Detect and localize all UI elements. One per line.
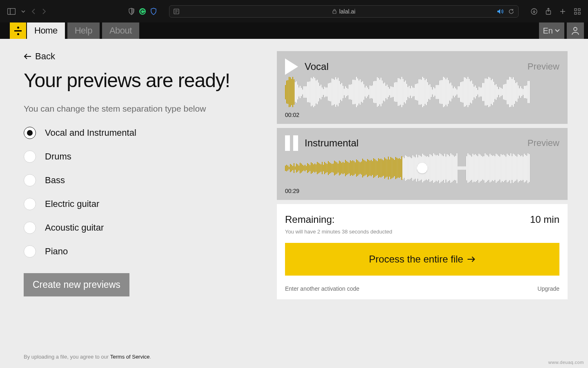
svg-rect-10 [575,9,577,11]
sidebar-toggle-icon[interactable] [7,8,16,15]
stem-option[interactable]: Drums [24,150,252,163]
remaining-value: 10 min [530,214,559,225]
remaining-label: Remaining: [285,214,334,225]
create-previews-button[interactable]: Create new previews [24,273,129,296]
stem-label: Vocal and Instrumental [45,128,136,138]
grammarly-icon[interactable] [139,8,146,15]
upgrade-link[interactable]: Upgrade [537,285,559,292]
process-file-button[interactable]: Process the entire file [285,243,559,276]
process-panel: Remaining: 10 min You will have 2 minute… [277,204,568,299]
stem-option[interactable]: Bass [24,174,252,186]
play-icon [285,58,298,75]
radio-icon [24,222,36,234]
page-headline: Your previews are ready! [24,70,252,92]
stem-label: Electric guitar [45,199,99,209]
nav-tab-home[interactable]: Home [27,22,65,39]
waveform[interactable] [285,152,559,184]
nav-back-icon[interactable] [31,8,36,15]
track-title: Instrumental [305,137,359,149]
stem-label: Acoustic guitar [45,222,104,233]
stem-option[interactable]: Vocal and Instrumental [24,127,252,139]
dropdown-chevron-icon[interactable] [21,10,25,13]
stem-label: Bass [45,175,65,186]
deduct-note: You will have 2 minutes 38 seconds deduc… [285,229,559,235]
activation-code-link[interactable]: Enter another activation code [285,285,359,292]
audio-playing-icon[interactable] [497,9,503,14]
app-navbar: HomeHelpAbout En [0,22,588,39]
nav-tab-about[interactable]: About [102,22,139,39]
preview-tag: Preview [528,138,559,148]
pause-button[interactable] [285,135,298,151]
svg-rect-0 [8,8,16,14]
user-icon [571,26,580,35]
shield-half-icon[interactable] [128,8,135,15]
svg-point-14 [574,27,577,31]
radio-icon [24,198,36,210]
track-card: InstrumentalPreview00:29 [277,128,568,200]
waveform[interactable] [285,76,559,108]
new-tab-icon[interactable] [559,8,566,15]
arrow-right-icon [467,256,475,262]
svg-rect-12 [575,12,577,14]
preview-tag: Preview [528,61,559,72]
account-button[interactable] [567,22,584,39]
url-host: lalal.ai [339,8,356,15]
downloads-icon[interactable] [531,8,537,15]
process-button-label: Process the entire file [369,254,463,265]
stem-option[interactable]: Piano [24,245,252,258]
watermark: www.deuaq.com [548,360,584,365]
play-button[interactable] [285,58,298,75]
nav-forward-icon[interactable] [42,8,47,15]
back-link[interactable]: Back [24,51,252,62]
radio-icon [24,245,36,258]
radio-icon [24,150,36,163]
radio-icon [24,174,36,186]
track-card: VocalPreview00:02 [277,51,568,124]
language-selector[interactable]: En [539,22,564,39]
track-time: 00:29 [285,188,559,194]
radio-icon [24,127,36,139]
tos-link[interactable]: Terms of Service [110,354,150,360]
back-label: Back [35,51,55,62]
share-icon[interactable] [546,8,551,15]
shield-outline-icon[interactable] [150,8,157,15]
tab-overview-icon[interactable] [574,8,581,15]
track-title: Vocal [305,61,329,72]
tos-line: By uploading a file, you agree to our Te… [24,346,252,360]
stem-label: Piano [45,246,68,257]
chevron-down-icon [555,29,560,32]
playhead[interactable] [417,152,428,184]
arrow-left-icon [24,53,32,60]
stem-option[interactable]: Acoustic guitar [24,222,252,234]
url-bar[interactable]: lalal.ai [169,5,519,18]
language-label: En [543,26,553,36]
stem-label: Drums [45,151,71,162]
app-logo[interactable] [10,22,26,39]
reload-icon[interactable] [508,9,514,14]
page-subtext: You can change the stem separation type … [24,103,212,114]
svg-rect-13 [578,12,580,14]
track-time: 00:02 [285,112,559,118]
browser-toolbar: lalal.ai [0,0,588,22]
svg-rect-7 [333,11,336,14]
nav-tab-help[interactable]: Help [67,22,100,39]
stem-option[interactable]: Electric guitar [24,198,252,210]
svg-rect-11 [578,9,580,11]
pause-icon [285,135,298,151]
lock-icon [332,9,337,14]
reader-mode-icon[interactable] [174,9,179,14]
